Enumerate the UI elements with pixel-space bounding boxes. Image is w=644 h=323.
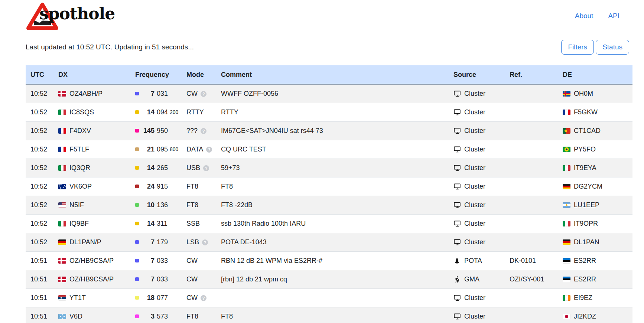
spot-comment: [rbn] 12 db 21 wpm cq bbox=[216, 270, 449, 288]
band-color-square bbox=[135, 92, 139, 95]
mode-help-icon[interactable] bbox=[203, 165, 209, 171]
table-row: 10:52 IQ9BF 14 311 SSB ssb 130th Radio 1… bbox=[26, 214, 632, 233]
spot-dx-cell: V6D bbox=[53, 307, 130, 323]
spot-time: 10:52 bbox=[26, 84, 53, 103]
spot-frequency-cell: 18 077 bbox=[130, 288, 182, 307]
spot-de-cell: JI2KDZ bbox=[558, 307, 632, 323]
mode-label: SSB bbox=[186, 220, 200, 227]
de-callsign-link[interactable]: PY5FO bbox=[574, 146, 596, 153]
dx-callsign-link[interactable]: VK6OP bbox=[69, 183, 92, 190]
band-color-square bbox=[135, 314, 139, 318]
dx-country-flag bbox=[58, 184, 66, 189]
spot-mode-cell: RTTY bbox=[182, 103, 216, 121]
dx-country-flag bbox=[58, 221, 66, 226]
spot-de-cell: EI9EZ bbox=[558, 288, 632, 307]
frequency-mhz: 24 bbox=[142, 183, 155, 190]
de-country-flag bbox=[563, 277, 570, 282]
frequency-khz: 095 bbox=[157, 146, 168, 153]
mode-help-icon[interactable] bbox=[201, 91, 206, 97]
spot-comment: IM67GE<SAT>JN04IU sat rs44 73 bbox=[216, 121, 449, 140]
spot-frequency-cell: 14 265 bbox=[130, 159, 182, 177]
table-row: 10:51 YT1T 18 077 CW Cluster EI9EZ bbox=[26, 288, 632, 307]
status-button[interactable]: Status bbox=[596, 40, 629, 55]
spot-source-cell: Cluster bbox=[449, 214, 505, 233]
mode-help-icon[interactable] bbox=[201, 128, 206, 134]
source-label: Cluster bbox=[464, 164, 485, 172]
spot-frequency-cell: 14 311 bbox=[130, 214, 182, 233]
dx-callsign-link[interactable]: IC8SQS bbox=[69, 108, 94, 116]
monitor-icon bbox=[453, 183, 461, 190]
mode-help-icon[interactable] bbox=[201, 295, 206, 301]
spot-time: 10:52 bbox=[26, 214, 53, 233]
spot-time: 10:51 bbox=[26, 307, 53, 323]
de-callsign-link[interactable]: LU1EEP bbox=[574, 201, 599, 209]
de-country-flag bbox=[563, 165, 570, 171]
source-label: Cluster bbox=[464, 146, 485, 153]
spot-source-cell: GMA bbox=[449, 270, 505, 288]
de-callsign-link[interactable]: F5GKW bbox=[574, 108, 598, 116]
de-callsign-link[interactable]: ES2RR bbox=[574, 257, 596, 264]
frequency-khz: 179 bbox=[157, 238, 168, 246]
dx-callsign-link[interactable]: F5TLF bbox=[69, 146, 89, 153]
dx-callsign-link[interactable]: OZ4ABH/P bbox=[69, 90, 103, 97]
de-callsign-link[interactable]: DG2YCM bbox=[574, 183, 602, 190]
dx-country-flag bbox=[58, 202, 66, 208]
table-row: 10:52 F5TLF 21 095 800 DATA CQ URC TEST … bbox=[26, 140, 632, 159]
frequency-mhz: 7 bbox=[142, 257, 155, 265]
logo[interactable]: spothole bbox=[26, 0, 144, 32]
monitor-icon bbox=[453, 313, 461, 320]
de-country-flag bbox=[563, 110, 570, 115]
mode-label: FT8 bbox=[186, 313, 198, 320]
de-country-flag bbox=[563, 239, 570, 245]
frequency-khz: 033 bbox=[157, 257, 168, 265]
col-header-comment: Comment bbox=[216, 65, 449, 84]
de-callsign-link[interactable]: JI2KDZ bbox=[574, 313, 596, 320]
mode-help-icon[interactable] bbox=[206, 147, 212, 153]
spot-de-cell: DL1PAN bbox=[558, 233, 632, 251]
spot-comment: WWFF OZFF-0056 bbox=[216, 84, 449, 103]
tree-icon bbox=[453, 257, 461, 264]
spot-ref bbox=[505, 159, 558, 177]
de-callsign-link[interactable]: EI9EZ bbox=[574, 294, 592, 301]
dx-callsign-link[interactable]: F4DXV bbox=[69, 127, 91, 134]
dx-country-flag bbox=[58, 165, 66, 171]
spot-dx-cell: DL1PAN/P bbox=[53, 233, 130, 251]
nav-link-about[interactable]: About bbox=[575, 12, 593, 20]
band-color-square bbox=[135, 166, 139, 170]
spot-comment bbox=[216, 288, 449, 307]
dx-callsign-link[interactable]: V6D bbox=[69, 313, 82, 320]
dx-callsign-link[interactable]: OZ/HB9CSA/P bbox=[69, 275, 114, 283]
spot-mode-cell: DATA bbox=[182, 140, 216, 159]
nav-link-api[interactable]: API bbox=[608, 12, 619, 20]
dx-callsign-link[interactable]: YT1T bbox=[69, 294, 86, 301]
col-header-frequency: Frequency bbox=[130, 65, 182, 84]
dx-callsign-link[interactable]: N5IF bbox=[69, 201, 84, 209]
spot-source-cell: Cluster bbox=[449, 288, 505, 307]
dx-callsign-link[interactable]: DL1PAN/P bbox=[69, 238, 101, 246]
de-callsign-link[interactable]: ES2RR bbox=[574, 275, 596, 283]
de-callsign-link[interactable]: CT1CAD bbox=[574, 127, 601, 134]
mode-label: RTTY bbox=[186, 108, 204, 116]
band-color-square bbox=[135, 277, 139, 281]
dx-callsign-link[interactable]: IQ9BF bbox=[69, 220, 89, 227]
de-callsign-link[interactable]: IT9OPR bbox=[574, 220, 598, 227]
filters-button[interactable]: Filters bbox=[561, 40, 594, 55]
dx-callsign-link[interactable]: OZ/HB9CSA/P bbox=[69, 257, 114, 264]
de-callsign-link[interactable]: OH0M bbox=[574, 90, 593, 97]
de-callsign-link[interactable]: IT9EYA bbox=[574, 164, 596, 172]
spot-ref bbox=[505, 177, 558, 196]
de-callsign-link[interactable]: DL1PAN bbox=[574, 238, 599, 246]
mode-help-icon[interactable] bbox=[202, 239, 208, 245]
dx-country-flag bbox=[58, 91, 66, 97]
source-label: POTA bbox=[464, 257, 482, 264]
dx-callsign-link[interactable]: IQ3QR bbox=[69, 164, 90, 172]
spots-body: 10:52 OZ4ABH/P 7 031 CW WWFF OZFF-0056 C… bbox=[26, 84, 632, 323]
dx-country-flag bbox=[58, 277, 66, 282]
monitor-icon bbox=[453, 146, 461, 153]
monitor-icon bbox=[453, 220, 461, 227]
frequency-khz: 573 bbox=[157, 313, 168, 320]
spot-frequency-cell: 7 033 bbox=[130, 270, 182, 288]
spot-dx-cell: IC8SQS bbox=[53, 103, 130, 121]
spot-de-cell: ES2RR bbox=[558, 270, 632, 288]
band-color-square bbox=[135, 259, 139, 262]
